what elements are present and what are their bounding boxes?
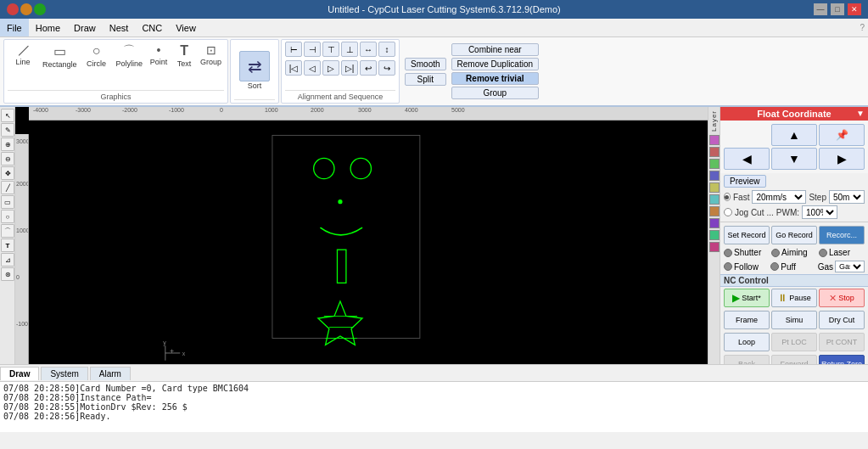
menu-view[interactable]: View xyxy=(169,19,203,36)
canvas-container[interactable]: -4000 -3000 -2000 -1000 0 1000 2000 3000… xyxy=(15,107,708,364)
close-button[interactable]: ✕ xyxy=(848,3,861,15)
layer-color-1[interactable] xyxy=(709,147,720,157)
layer-color-9[interactable] xyxy=(709,242,720,252)
frame-button[interactable]: Frame xyxy=(724,311,770,329)
line-icon: — xyxy=(14,41,33,60)
device-row: Shutter Aiming Laser xyxy=(720,246,868,259)
drawing-canvas[interactable]: x y + xyxy=(29,121,708,364)
start-button[interactable]: ▶ Start* xyxy=(724,289,770,307)
menu-cnc[interactable]: CNC xyxy=(135,19,169,36)
loop-button[interactable]: Loop xyxy=(724,333,770,351)
window-title: Untitled - CypCut Laser Cutting System6.… xyxy=(75,4,814,14)
align-btn-4[interactable]: ⊥ xyxy=(341,42,358,57)
nav-right-button[interactable]: ▶ xyxy=(819,148,865,170)
minimize-button[interactable]: — xyxy=(814,3,827,15)
circle-button[interactable]: ○ Circle xyxy=(81,42,112,70)
polyline-button[interactable]: ⌒ Polyline xyxy=(114,42,146,70)
tool-circle[interactable]: ○ xyxy=(1,210,14,223)
tool-rect[interactable]: ▭ xyxy=(1,195,14,209)
tool-zoom-out[interactable]: ⊖ xyxy=(1,152,14,166)
align-btn-1[interactable]: ⊢ xyxy=(285,42,302,57)
layer-color-3[interactable] xyxy=(709,171,720,181)
maximize-button[interactable]: □ xyxy=(831,3,844,15)
tool-snap[interactable]: ⊛ xyxy=(1,267,14,281)
sort-label: Sort xyxy=(248,81,262,90)
tool-measure[interactable]: ⊿ xyxy=(1,253,14,267)
group-button[interactable]: ⊡ Group xyxy=(198,42,224,68)
record-extra-button[interactable]: Recorc... xyxy=(819,226,865,244)
pt-cont-button[interactable]: Pt CONT xyxy=(819,333,865,351)
tab-draw[interactable]: Draw xyxy=(0,367,39,380)
layer-color-8[interactable] xyxy=(709,230,720,240)
menu-nest[interactable]: Nest xyxy=(103,19,136,36)
log-line-2: 07/08 20:28:55]MotionDrv $Rev: 256 $ xyxy=(3,402,865,412)
tool-select[interactable]: ↖ xyxy=(1,109,14,122)
preview-button[interactable]: Preview xyxy=(724,175,766,188)
svg-text:x: x xyxy=(182,351,186,356)
sort-button[interactable]: ⇄ Sort xyxy=(234,42,275,99)
layer-color-2[interactable] xyxy=(709,159,720,169)
fast-radio[interactable] xyxy=(724,193,731,201)
dry-cut-button[interactable]: Dry Cut xyxy=(819,311,865,329)
log-line-3: 07/08 20:28:56]Ready. xyxy=(3,412,865,421)
seq-btn-6[interactable]: ↪ xyxy=(378,60,395,76)
layer-color-0[interactable] xyxy=(709,135,720,145)
tool-line[interactable]: ╱ xyxy=(1,181,14,194)
start-stop-row: ▶ Start* ⏸ Pause ✕ Stop xyxy=(720,287,868,309)
layer-color-6[interactable] xyxy=(709,206,720,216)
go-record-button[interactable]: Go Record xyxy=(771,226,817,244)
tab-alarm[interactable]: Alarm xyxy=(90,367,131,380)
align-btn-2[interactable]: ⊣ xyxy=(304,42,321,57)
pwm-label: PWM: xyxy=(776,208,799,217)
nav-down-button[interactable]: ▼ xyxy=(771,148,817,170)
combine-near-button[interactable]: Combine near xyxy=(451,43,540,56)
point-button[interactable]: • Point xyxy=(147,42,171,68)
tool-edit[interactable]: ✎ xyxy=(1,123,14,137)
tool-text[interactable]: T xyxy=(1,239,14,252)
seq-btn-3[interactable]: ▷ xyxy=(322,60,339,76)
align-btn-3[interactable]: ⊤ xyxy=(322,42,339,57)
pwm-select[interactable]: 100% 50% 75% xyxy=(802,205,837,219)
seq-btn-2[interactable]: ◁ xyxy=(304,60,321,76)
stop-button[interactable]: ✕ Stop xyxy=(819,289,865,307)
remove-trivial-button[interactable]: Remove trivial xyxy=(451,72,540,85)
nav-up-button[interactable]: ▲ xyxy=(771,124,817,146)
pause-button[interactable]: ⏸ Pause xyxy=(771,289,817,307)
gas-select[interactable]: Gas xyxy=(835,261,865,272)
back-button[interactable]: Back xyxy=(724,355,770,364)
jog-radio[interactable] xyxy=(724,208,732,216)
forward-button[interactable]: Forward xyxy=(771,355,817,364)
rectangle-button[interactable]: ▭ Rectangle xyxy=(40,42,80,70)
layer-color-7[interactable] xyxy=(709,218,720,228)
menu-file[interactable]: File xyxy=(0,19,29,36)
tool-poly[interactable]: ⌒ xyxy=(1,224,14,238)
seq-btn-5[interactable]: ↩ xyxy=(360,60,377,76)
seq-btn-1[interactable]: |◁ xyxy=(285,60,302,76)
record-row: Set Record Go Record Recorc... xyxy=(720,224,868,246)
return-zero-button[interactable]: Return Zero xyxy=(819,355,865,364)
split-button[interactable]: Split xyxy=(405,73,445,86)
seq-btn-4[interactable]: ▷| xyxy=(341,60,358,76)
nav-pin-button[interactable]: 📌 xyxy=(819,124,865,146)
set-record-button[interactable]: Set Record xyxy=(724,226,770,244)
group-action-button[interactable]: Group xyxy=(451,87,540,99)
tool-zoom-in[interactable]: ⊕ xyxy=(1,138,14,151)
menu-home[interactable]: Home xyxy=(29,19,67,36)
text-button[interactable]: T Text xyxy=(172,42,196,70)
tool-pan[interactable]: ✥ xyxy=(1,166,14,180)
layer-color-5[interactable] xyxy=(709,194,720,205)
align-btn-5[interactable]: ↔ xyxy=(360,42,377,57)
simu-button[interactable]: Simu xyxy=(771,311,817,329)
align-btn-6[interactable]: ↕ xyxy=(378,42,395,57)
step-select[interactable]: 50mm 10mm 100mm xyxy=(829,190,865,204)
line-button[interactable]: — Line xyxy=(8,42,38,68)
pt-loc-button[interactable]: Pt LOC xyxy=(771,333,817,351)
smooth-button[interactable]: Smooth xyxy=(405,58,445,70)
rp-dropdown-icon[interactable]: ▼ xyxy=(856,109,865,118)
nav-left-button[interactable]: ◀ xyxy=(724,148,770,170)
layer-color-4[interactable] xyxy=(709,182,720,193)
remove-duplication-button[interactable]: Remove Duplication xyxy=(451,58,540,70)
menu-draw[interactable]: Draw xyxy=(67,19,103,36)
tab-system[interactable]: System xyxy=(41,367,87,380)
fast-speed-select[interactable]: 20mm/s 50mm/s 100mm/s xyxy=(752,190,806,204)
